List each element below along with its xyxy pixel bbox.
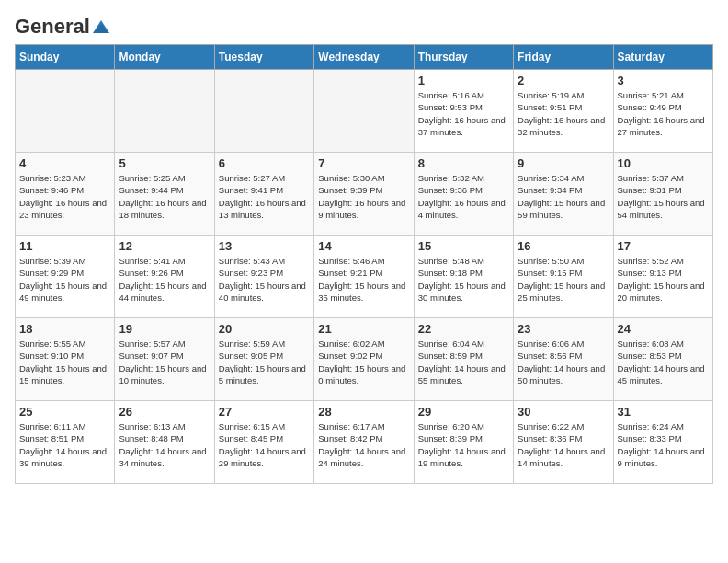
calendar-day: 27Sunrise: 6:15 AMSunset: 8:45 PMDayligh… [214,401,313,484]
day-number: 2 [518,74,609,87]
weekday-header-tuesday: Tuesday [214,45,313,70]
calendar-day: 15Sunrise: 5:48 AMSunset: 9:18 PMDayligh… [414,236,513,318]
day-info: Sunrise: 5:32 AMSunset: 9:36 PMDaylight:… [418,172,509,221]
day-number: 17 [618,239,709,253]
calendar-day: 16Sunrise: 5:50 AMSunset: 9:15 PMDayligh… [514,236,613,318]
day-info: Sunrise: 6:06 AMSunset: 8:56 PMDaylight:… [518,338,609,386]
day-info: Sunrise: 6:08 AMSunset: 8:53 PMDaylight:… [618,338,709,386]
day-number: 16 [518,239,609,253]
day-number: 12 [119,239,210,253]
day-info: Sunrise: 5:43 AMSunset: 9:23 PMDaylight:… [219,255,310,304]
calendar-day: 29Sunrise: 6:20 AMSunset: 8:39 PMDayligh… [414,401,513,484]
day-number: 24 [618,322,709,336]
calendar-day: 31Sunrise: 6:24 AMSunset: 8:33 PMDayligh… [613,401,712,484]
day-info: Sunrise: 5:37 AMSunset: 9:31 PMDaylight:… [618,172,709,221]
page-header: General [15,15,713,35]
calendar-day: 23Sunrise: 6:06 AMSunset: 8:56 PMDayligh… [514,318,613,401]
calendar-day: 20Sunrise: 5:59 AMSunset: 9:05 PMDayligh… [214,318,313,401]
logo-general: General [15,15,90,39]
day-info: Sunrise: 5:19 AMSunset: 9:51 PMDaylight:… [518,89,609,138]
calendar-day: 24Sunrise: 6:08 AMSunset: 8:53 PMDayligh… [613,318,712,401]
day-info: Sunrise: 5:57 AMSunset: 9:07 PMDaylight:… [119,338,210,386]
weekday-header-sunday: Sunday [16,45,115,70]
svg-marker-1 [93,24,109,33]
logo: General [15,15,111,35]
day-number: 26 [119,405,210,419]
calendar-day: 6Sunrise: 5:27 AMSunset: 9:41 PMDaylight… [214,153,313,236]
day-number: 8 [418,156,509,170]
logo-icon [91,17,111,37]
day-number: 30 [518,405,609,419]
calendar-day [214,70,313,153]
day-info: Sunrise: 5:25 AMSunset: 9:44 PMDaylight:… [119,172,210,221]
calendar-day: 30Sunrise: 6:22 AMSunset: 8:36 PMDayligh… [514,401,613,484]
weekday-header-thursday: Thursday [414,45,513,70]
weekday-header-friday: Friday [514,45,613,70]
calendar-day: 28Sunrise: 6:17 AMSunset: 8:42 PMDayligh… [314,401,414,484]
calendar-day: 9Sunrise: 5:34 AMSunset: 9:34 PMDaylight… [514,153,613,236]
calendar-day: 25Sunrise: 6:11 AMSunset: 8:51 PMDayligh… [16,401,115,484]
day-info: Sunrise: 5:50 AMSunset: 9:15 PMDaylight:… [518,255,609,304]
calendar-day [314,70,414,153]
day-info: Sunrise: 6:02 AMSunset: 9:02 PMDaylight:… [318,338,409,386]
weekday-header-monday: Monday [115,45,214,70]
day-number: 27 [219,405,310,419]
day-info: Sunrise: 5:27 AMSunset: 9:41 PMDaylight:… [219,172,310,221]
day-number: 25 [19,405,110,419]
day-number: 28 [318,405,409,419]
day-number: 10 [618,156,709,170]
day-info: Sunrise: 6:17 AMSunset: 8:42 PMDaylight:… [318,420,409,469]
calendar-body: 1Sunrise: 5:16 AMSunset: 9:53 PMDaylight… [16,70,713,484]
calendar-week-4: 18Sunrise: 5:55 AMSunset: 9:10 PMDayligh… [16,318,713,401]
calendar-day: 19Sunrise: 5:57 AMSunset: 9:07 PMDayligh… [115,318,214,401]
day-number: 7 [318,156,409,170]
calendar-day [115,70,214,153]
calendar-day: 11Sunrise: 5:39 AMSunset: 9:29 PMDayligh… [16,236,115,318]
day-info: Sunrise: 5:30 AMSunset: 9:39 PMDaylight:… [318,172,409,221]
day-info: Sunrise: 5:21 AMSunset: 9:49 PMDaylight:… [618,89,709,138]
calendar-week-1: 1Sunrise: 5:16 AMSunset: 9:53 PMDaylight… [16,70,713,153]
day-number: 3 [618,74,709,87]
day-number: 13 [219,239,310,253]
calendar-day: 3Sunrise: 5:21 AMSunset: 9:49 PMDaylight… [613,70,712,153]
calendar-day: 4Sunrise: 5:23 AMSunset: 9:46 PMDaylight… [16,153,115,236]
day-info: Sunrise: 5:34 AMSunset: 9:34 PMDaylight:… [518,172,609,221]
day-info: Sunrise: 6:15 AMSunset: 8:45 PMDaylight:… [219,420,310,469]
day-info: Sunrise: 5:16 AMSunset: 9:53 PMDaylight:… [418,89,509,138]
calendar-day: 10Sunrise: 5:37 AMSunset: 9:31 PMDayligh… [613,153,712,236]
day-number: 15 [418,239,509,253]
day-info: Sunrise: 6:11 AMSunset: 8:51 PMDaylight:… [19,420,110,469]
calendar-week-2: 4Sunrise: 5:23 AMSunset: 9:46 PMDaylight… [16,153,713,236]
day-number: 11 [19,239,110,253]
day-number: 1 [418,74,509,87]
day-number: 23 [518,322,609,336]
calendar-day: 18Sunrise: 5:55 AMSunset: 9:10 PMDayligh… [16,318,115,401]
calendar-day: 14Sunrise: 5:46 AMSunset: 9:21 PMDayligh… [314,236,414,318]
calendar-day: 8Sunrise: 5:32 AMSunset: 9:36 PMDaylight… [414,153,513,236]
day-number: 4 [19,156,110,170]
day-info: Sunrise: 5:59 AMSunset: 9:05 PMDaylight:… [219,338,310,386]
calendar-day: 26Sunrise: 6:13 AMSunset: 8:48 PMDayligh… [115,401,214,484]
weekday-header-saturday: Saturday [613,45,712,70]
calendar-week-3: 11Sunrise: 5:39 AMSunset: 9:29 PMDayligh… [16,236,713,318]
calendar-day: 17Sunrise: 5:52 AMSunset: 9:13 PMDayligh… [613,236,712,318]
day-number: 18 [19,322,110,336]
day-info: Sunrise: 6:20 AMSunset: 8:39 PMDaylight:… [418,420,509,469]
day-info: Sunrise: 6:22 AMSunset: 8:36 PMDaylight:… [518,420,609,469]
calendar-day: 13Sunrise: 5:43 AMSunset: 9:23 PMDayligh… [214,236,313,318]
day-info: Sunrise: 5:39 AMSunset: 9:29 PMDaylight:… [19,255,110,304]
day-number: 14 [318,239,409,253]
day-info: Sunrise: 5:52 AMSunset: 9:13 PMDaylight:… [618,255,709,304]
day-info: Sunrise: 6:04 AMSunset: 8:59 PMDaylight:… [418,338,509,386]
day-number: 21 [318,322,409,336]
calendar-day: 21Sunrise: 6:02 AMSunset: 9:02 PMDayligh… [314,318,414,401]
day-number: 19 [119,322,210,336]
day-info: Sunrise: 6:13 AMSunset: 8:48 PMDaylight:… [119,420,210,469]
day-number: 22 [418,322,509,336]
day-info: Sunrise: 6:24 AMSunset: 8:33 PMDaylight:… [618,420,709,469]
day-number: 5 [119,156,210,170]
calendar-day: 1Sunrise: 5:16 AMSunset: 9:53 PMDaylight… [414,70,513,153]
day-info: Sunrise: 5:48 AMSunset: 9:18 PMDaylight:… [418,255,509,304]
calendar-day: 2Sunrise: 5:19 AMSunset: 9:51 PMDaylight… [514,70,613,153]
calendar-week-5: 25Sunrise: 6:11 AMSunset: 8:51 PMDayligh… [16,401,713,484]
